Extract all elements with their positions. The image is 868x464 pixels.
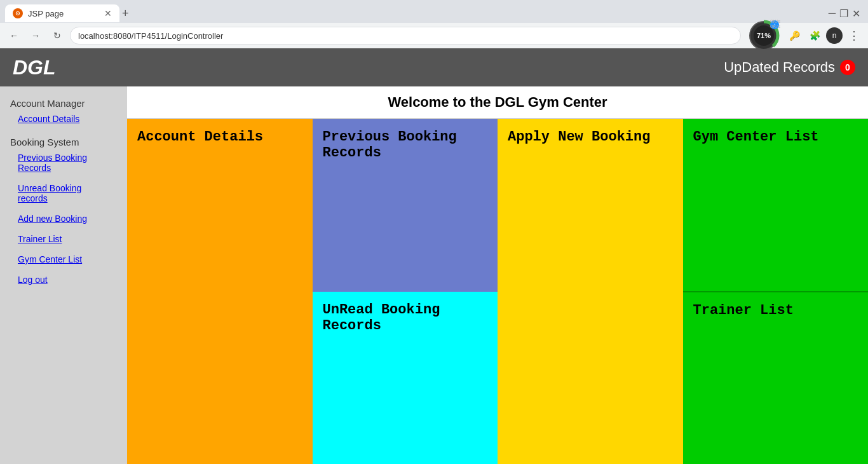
speed-indicator: 71% ↑ 0K/s0K/s [747, 19, 780, 52]
close-button[interactable]: ✕ [852, 8, 860, 20]
account-manager-title: Account Manager [0, 93, 127, 111]
panel-trainer-label: Trainer List [693, 303, 794, 318]
panel-gym-container: Gym Center List Trainer List [683, 119, 869, 464]
gym-center-list-link[interactable]: Gym Center List [0, 252, 127, 267]
sidebar: Account Manager Account Details Booking … [0, 86, 127, 464]
url-text: localhost:8080/ITP4511/LoginController [78, 31, 733, 41]
updated-records-badge: 0 [840, 60, 855, 75]
tab-bar: ⊙ JSP page ✕ + ─ ❐ ✕ [0, 0, 868, 23]
updated-records-label: UpDated Records [724, 59, 835, 76]
panel-apply[interactable]: Apply New Booking [498, 119, 683, 464]
panel-previous-top[interactable]: Previous Booking Records [313, 119, 498, 292]
account-details-link[interactable]: Account Details [0, 111, 127, 126]
add-booking-link[interactable]: Add new Booking [0, 211, 127, 226]
app-container: DGL UpDated Records 0 Account Manager Ac… [0, 48, 868, 464]
tab-close-button[interactable]: ✕ [104, 8, 112, 18]
address-bar[interactable]: localhost:8080/ITP4511/LoginController [70, 27, 741, 44]
logout-link[interactable]: Log out [0, 272, 127, 287]
forward-button[interactable]: → [27, 27, 44, 44]
app-header: DGL UpDated Records 0 [0, 48, 868, 86]
back-button[interactable]: ← [5, 27, 23, 44]
header-right: UpDated Records 0 [724, 59, 855, 76]
panel-booking-container: Previous Booking Records UnRead Booking … [313, 119, 498, 464]
maximize-button[interactable]: ❐ [839, 8, 848, 20]
panel-previous-label: Previous Booking Records [323, 129, 488, 161]
minimize-button[interactable]: ─ [829, 8, 836, 19]
panel-trainer-bottom[interactable]: Trainer List [683, 291, 869, 465]
previous-booking-link[interactable]: Previous Booking Records [0, 150, 127, 175]
reload-button[interactable]: ↻ [48, 27, 66, 44]
welcome-banner: Welcome to the DGL Gym Center [127, 86, 868, 119]
main-layout: Account Manager Account Details Booking … [0, 86, 868, 464]
panel-apply-label: Apply New Booking [498, 119, 683, 155]
tab-favicon: ⊙ [13, 8, 23, 18]
content-area: Welcome to the DGL Gym Center Account De… [127, 86, 868, 464]
panel-account-label: Account Details [127, 119, 313, 155]
menu-button[interactable]: ⋮ [845, 27, 863, 44]
panel-unread-label: UnRead Booking Records [323, 302, 488, 334]
browser-actions: 71% ↑ 0K/s0K/s 🔑 🧩 n ⋮ [745, 19, 863, 52]
browser-chrome: ⊙ JSP page ✕ + ─ ❐ ✕ ← → ↻ localhost:808… [0, 0, 868, 48]
booking-system-title: Booking System [0, 132, 127, 150]
new-tab-button[interactable]: + [122, 7, 129, 20]
panel-unread-bottom[interactable]: UnRead Booking Records [313, 292, 498, 465]
browser-controls: ← → ↻ localhost:8080/ITP4511/LoginContro… [0, 23, 868, 48]
panel-gym-label: Gym Center List [693, 129, 819, 145]
key-icon[interactable]: 🔑 [785, 27, 803, 44]
trainer-list-link[interactable]: Trainer List [0, 231, 127, 247]
app-logo: DGL [13, 56, 56, 79]
active-tab[interactable]: ⊙ JSP page ✕ [5, 4, 119, 22]
tab-title: JSP page [28, 9, 64, 18]
panel-gym-top[interactable]: Gym Center List [683, 119, 869, 291]
extensions-button[interactable]: 🧩 [806, 27, 824, 44]
profile-button[interactable]: n [826, 27, 843, 44]
panel-account[interactable]: Account Details [127, 119, 313, 464]
unread-booking-link[interactable]: Unread Booking records [0, 181, 127, 206]
panels-grid: Account Details Previous Booking Records… [127, 119, 868, 464]
svg-text:71%: 71% [757, 32, 771, 39]
